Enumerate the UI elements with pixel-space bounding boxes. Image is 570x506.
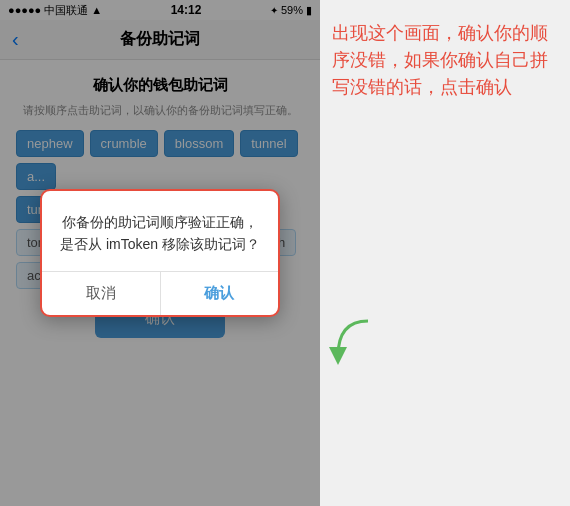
annotation-panel: 出现这个画面，确认你的顺序没错，如果你确认自己拼写没错的话，点击确认 bbox=[320, 0, 570, 506]
phone-frame: ●●●●● 中国联通 ▲ 14:12 ✦ 59% ▮ ‹ 备份助记词 确认你的钱… bbox=[0, 0, 320, 506]
modal-button-row: 取消 确认 bbox=[42, 271, 278, 315]
modal-message: 你备份的助记词顺序验证正确，是否从 imToken 移除该助记词？ bbox=[58, 211, 262, 256]
modal-cancel-button[interactable]: 取消 bbox=[42, 272, 161, 315]
arrow-icon bbox=[328, 316, 378, 366]
modal-ok-button[interactable]: 确认 bbox=[161, 272, 279, 315]
annotation-text: 出现这个画面，确认你的顺序没错，如果你确认自己拼写没错的话，点击确认 bbox=[332, 20, 558, 101]
modal-overlay: 你备份的助记词顺序验证正确，是否从 imToken 移除该助记词？ 取消 确认 bbox=[0, 0, 320, 506]
modal-dialog: 你备份的助记词顺序验证正确，是否从 imToken 移除该助记词？ 取消 确认 bbox=[40, 189, 280, 318]
